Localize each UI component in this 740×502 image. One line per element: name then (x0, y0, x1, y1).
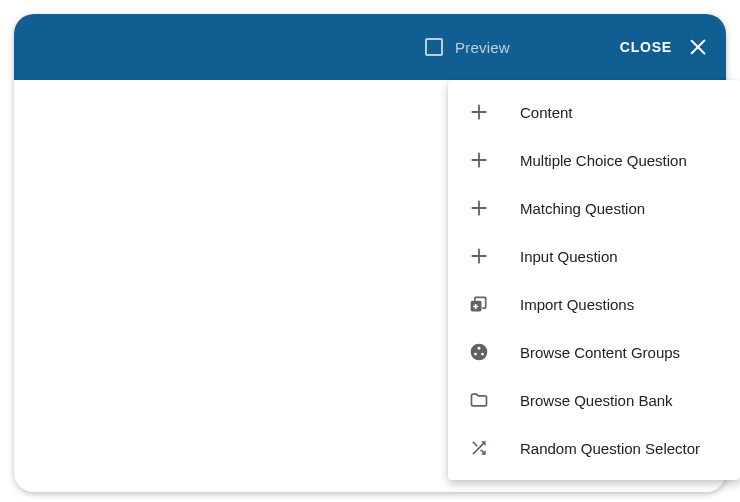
plus-icon (468, 197, 490, 219)
menu-item-label: Random Question Selector (520, 440, 720, 457)
groups-icon (468, 341, 490, 363)
close-button[interactable]: CLOSE (620, 37, 708, 57)
menu-item-import-questions[interactable]: Import Questions (448, 280, 740, 328)
menu-item-input-question[interactable]: Input Question (448, 232, 740, 280)
menu-item-browse-question-bank[interactable]: Browse Question Bank (448, 376, 740, 424)
checkbox-outline-icon (425, 38, 443, 56)
dialog: Preview CLOSE Content Mult (14, 14, 726, 492)
close-label: CLOSE (620, 39, 672, 55)
folder-icon (468, 389, 490, 411)
close-icon (688, 37, 708, 57)
menu-item-label: Browse Question Bank (520, 392, 720, 409)
import-icon (468, 293, 490, 315)
shuffle-icon (468, 437, 490, 459)
preview-label: Preview (455, 39, 510, 56)
svg-point-1 (478, 347, 481, 350)
menu-item-label: Browse Content Groups (520, 344, 720, 361)
menu-item-label: Content (520, 104, 720, 121)
menu-item-label: Matching Question (520, 200, 720, 217)
menu-item-label: Import Questions (520, 296, 720, 313)
preview-toggle[interactable]: Preview (425, 38, 510, 56)
menu-item-label: Input Question (520, 248, 720, 265)
svg-point-0 (471, 344, 488, 361)
menu-item-label: Multiple Choice Question (520, 152, 720, 169)
menu-item-multiple-choice[interactable]: Multiple Choice Question (448, 136, 740, 184)
plus-icon (468, 245, 490, 267)
menu-item-content[interactable]: Content (448, 88, 740, 136)
add-menu: Content Multiple Choice Question Matchin… (448, 80, 740, 480)
menu-item-browse-content-groups[interactable]: Browse Content Groups (448, 328, 740, 376)
dialog-header: Preview CLOSE (14, 14, 726, 80)
menu-item-random-question-selector[interactable]: Random Question Selector (448, 424, 740, 472)
menu-item-matching[interactable]: Matching Question (448, 184, 740, 232)
dialog-body: Content Multiple Choice Question Matchin… (14, 80, 726, 492)
svg-point-2 (474, 353, 477, 356)
plus-icon (468, 149, 490, 171)
svg-point-3 (481, 353, 484, 356)
plus-icon (468, 101, 490, 123)
